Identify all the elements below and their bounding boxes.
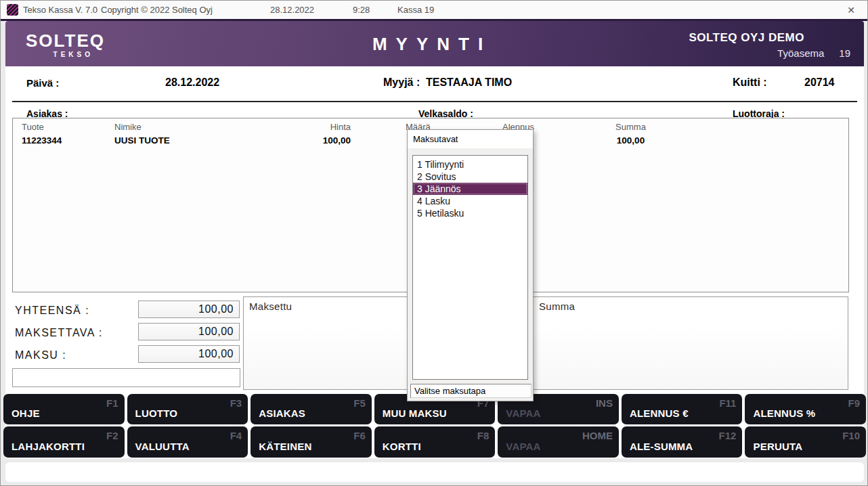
entry-input[interactable] xyxy=(12,368,240,387)
lahjakortti-key: F2 xyxy=(106,430,118,441)
function-row-2: LAHJAKORTTI F2 VALUUTTA F4 KÄTEINEN F6 K… xyxy=(3,426,866,458)
row-price: 100,00 xyxy=(292,135,351,146)
vapaa-home-key: HOME xyxy=(582,430,613,441)
row-sum: 100,00 xyxy=(595,135,666,146)
seller-value: TESTAAJA TIMO xyxy=(426,76,512,89)
titlebar: Tekso Kassa V. 7.0 Copyright © 2022 Solt… xyxy=(1,1,867,19)
list-item-sovitus[interactable]: 2 Sovitus xyxy=(413,171,527,183)
copyright-text: Copyright © 2022 Solteq Oyj xyxy=(101,5,213,15)
company-name: SOLTEQ OYJ DEMO xyxy=(689,31,804,45)
app-title: Tekso Kassa V. 7.0 xyxy=(23,5,97,15)
peruuta-button[interactable]: PERUUTA F10 xyxy=(745,426,866,458)
titlebar-time: 9:28 xyxy=(353,5,370,15)
dialog-titlebar[interactable]: Maksutavat xyxy=(408,130,533,148)
kateinen-button[interactable]: KÄTEINEN F6 xyxy=(251,426,372,458)
ale-summa-key: F12 xyxy=(719,430,737,441)
brand-header: SOLTEQ TEKSO MYYNTI SOLTEQ OYJ DEMO Työa… xyxy=(5,21,864,66)
valuutta-label: VALUUTTA xyxy=(135,441,190,452)
titlebar-date: 28.12.2022 xyxy=(270,5,314,15)
asiakas-key: F5 xyxy=(353,397,366,409)
vapaa-home-button: VAPAA HOME xyxy=(498,426,619,458)
ohje-label: OHJE xyxy=(12,407,40,419)
workstation-label: Työasema xyxy=(777,47,824,59)
row-product-name: UUSI TUOTE xyxy=(114,135,170,146)
date-value: 28.12.2022 xyxy=(165,76,219,89)
payment-label: MAKSU : xyxy=(15,349,66,361)
receipt-label: Kuitti : xyxy=(733,76,767,89)
kortti-key: F8 xyxy=(477,430,490,441)
payment-methods-dialog: Maksutavat 1 Tilimyynti 2 Sovitus 3 Jään… xyxy=(407,129,534,401)
lahjakortti-button[interactable]: LAHJAKORTTI F2 xyxy=(3,426,125,458)
total-label: YHTEENSÄ : xyxy=(15,305,89,317)
date-label: Päivä : xyxy=(26,77,59,89)
alennus-pct-label: ALENNUS % xyxy=(753,407,815,419)
kateinen-key: F6 xyxy=(353,430,366,441)
workstation-info: Työasema19 xyxy=(777,47,850,59)
receipt-number: 20714 xyxy=(804,76,835,89)
sum-panel-label: Summa xyxy=(539,301,575,312)
payable-value-field: 100,00 xyxy=(138,323,240,340)
col-header-hinta: Hinta xyxy=(292,122,351,132)
app-window: Tekso Kassa V. 7.0 Copyright © 2022 Solt… xyxy=(0,0,868,486)
list-item-lasku[interactable]: 4 Lasku xyxy=(413,195,527,207)
alennus-pct-key: F9 xyxy=(848,397,861,409)
kortti-button[interactable]: KORTTI F8 xyxy=(374,426,496,458)
lahjakortti-label: LAHJAKORTTI xyxy=(12,441,85,452)
payment-value-field: 100,00 xyxy=(138,345,240,363)
payment-methods-listbox: 1 Tilimyynti 2 Sovitus 3 Jäännös 4 Lasku… xyxy=(412,155,528,380)
alennus-pct-button[interactable]: ALENNUS % F9 xyxy=(745,394,866,424)
dialog-status-bar: Valitse maksutapa xyxy=(410,384,531,398)
vapaa-home-label: VAPAA xyxy=(506,441,540,452)
peruuta-label: PERUUTA xyxy=(753,441,802,452)
ohje-button[interactable]: OHJE F1 xyxy=(3,394,125,424)
luotto-key: F3 xyxy=(230,397,242,409)
vapaa-ins-key: INS xyxy=(596,397,613,409)
list-item-jaannos-selected[interactable]: 3 Jäännös xyxy=(413,183,527,195)
seller-label: Myyjä : xyxy=(383,76,420,89)
muu-maksu-label: MUU MAKSU xyxy=(383,407,447,419)
row-product-code: 11223344 xyxy=(22,135,62,146)
valuutta-key: F4 xyxy=(230,430,242,441)
sum-panel: Summa xyxy=(533,296,848,390)
app-icon xyxy=(7,4,18,16)
paid-panel-label: Maksettu xyxy=(249,301,292,312)
alennus-euro-key: F11 xyxy=(719,397,736,409)
header-separator xyxy=(12,101,857,102)
col-header-summa: Summa xyxy=(595,122,666,132)
close-icon[interactable]: ✕ xyxy=(843,3,859,17)
peruuta-key: F10 xyxy=(842,430,860,441)
kateinen-label: KÄTEINEN xyxy=(259,441,311,452)
col-header-nimike: Nimike xyxy=(114,122,142,132)
payable-label: MAKSETTAVA : xyxy=(15,327,103,339)
ale-summa-button[interactable]: ALE-SUMMA F12 xyxy=(622,426,743,458)
alennus-euro-label: ALENNUS € xyxy=(630,407,689,419)
asiakas-label: ASIAKAS xyxy=(259,407,305,419)
luotto-button[interactable]: LUOTTO F3 xyxy=(127,394,248,424)
luotto-label: LUOTTO xyxy=(135,407,178,419)
asiakas-button[interactable]: ASIAKAS F5 xyxy=(251,394,372,424)
kortti-label: KORTTI xyxy=(383,441,421,452)
bottom-input-strip[interactable] xyxy=(5,462,864,482)
list-item-hetilasku[interactable]: 5 Hetilasku xyxy=(413,207,527,219)
col-header-tuote: Tuote xyxy=(22,122,44,132)
valuutta-button[interactable]: VALUUTTA F4 xyxy=(127,426,248,458)
workstation-number: 19 xyxy=(839,47,850,59)
titlebar-register: Kassa 19 xyxy=(397,5,434,15)
alennus-euro-button[interactable]: ALENNUS € F11 xyxy=(622,394,743,424)
vapaa-ins-label: VAPAA xyxy=(506,407,540,419)
total-value-field: 100,00 xyxy=(138,301,240,318)
list-item-tilimyynti[interactable]: 1 Tilimyynti xyxy=(413,158,527,171)
dialog-title: Maksutavat xyxy=(413,134,458,144)
ale-summa-label: ALE-SUMMA xyxy=(630,441,693,452)
ohje-key: F1 xyxy=(106,397,118,409)
